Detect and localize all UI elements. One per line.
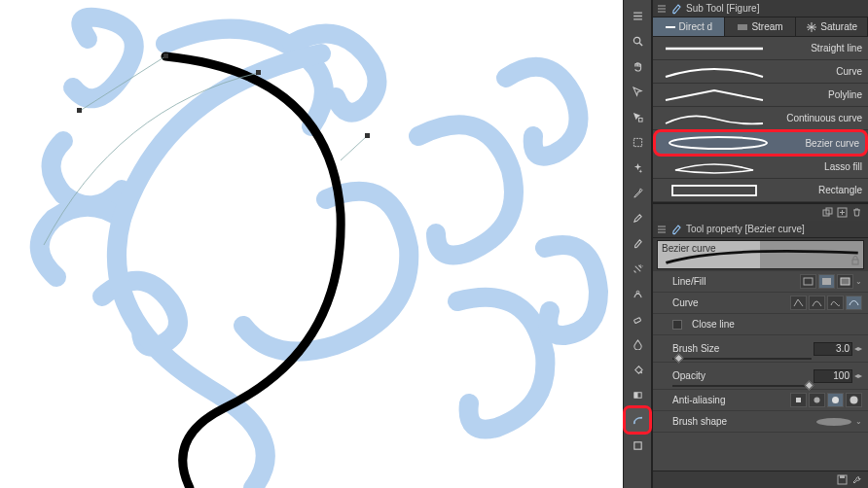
opacity-input[interactable]: 100 [814,369,852,383]
svg-point-34 [814,398,820,403]
add-icon[interactable] [837,207,848,218]
toolprop-panel-title: Tool property [Bezier curve] [686,224,805,234]
curve-opt-3[interactable] [827,296,844,310]
svg-point-37 [816,418,851,426]
svg-rect-31 [822,278,831,285]
gradient-tool[interactable] [626,383,649,406]
wrench-icon[interactable] [851,474,862,485]
trash-icon[interactable] [851,207,862,218]
svg-point-36 [850,397,858,404]
svg-rect-17 [633,441,640,448]
brush-tool[interactable] [626,231,649,255]
toolprop-footer [653,471,868,488]
svg-point-12 [640,371,642,373]
tab-saturate[interactable]: Saturate [796,17,868,36]
svg-rect-30 [804,278,813,285]
fill-tool[interactable] [626,358,649,381]
checkbox-icon[interactable] [672,320,682,330]
stepper-icon[interactable]: ◂▸ [854,344,862,353]
save-icon[interactable] [837,474,848,485]
chevron-down-icon[interactable]: ⌄ [855,417,862,426]
menu-icon[interactable] [657,225,667,234]
aa-opt-strong[interactable] [846,393,862,407]
curve-opt-4[interactable] [846,296,862,310]
svg-point-15 [633,422,634,424]
move-tool[interactable] [626,80,649,103]
blend-tool[interactable] [626,332,649,356]
burger-icon[interactable] [626,4,649,27]
curve-opt-1[interactable] [790,296,807,310]
brush-size-input[interactable]: 3.0 [814,342,852,356]
svg-point-4 [633,37,639,43]
aa-opt-none[interactable] [790,393,807,407]
svg-rect-6 [638,118,642,122]
svg-point-24 [669,137,767,149]
subtool-curve[interactable]: Curve [653,60,868,84]
tab-direct-draw[interactable]: Direct d [653,17,725,36]
flourish-art [40,17,598,489]
aa-opt-weak[interactable] [809,393,825,407]
svg-rect-32 [841,278,850,285]
svg-rect-1 [163,53,168,58]
subtool-lasso-fill[interactable]: Lasso fill [653,156,868,179]
subtool-tabs: Direct d Stream Saturate [653,17,868,37]
opacity-slider[interactable] [672,385,812,387]
subtool-panel-title: Sub Tool [Figure] [686,3,759,14]
marquee-tool[interactable] [626,130,649,154]
canvas-area[interactable] [0,0,623,488]
svg-rect-0 [77,108,82,113]
lock-icon[interactable] [850,256,860,265]
svg-point-35 [832,397,839,403]
tab-stream[interactable]: Stream [725,17,797,36]
svg-rect-14 [633,392,637,398]
hand-tool[interactable] [626,54,649,78]
linefill-opt-2[interactable] [818,274,835,289]
subtool-rectangle[interactable]: Rectangle [653,179,868,202]
svg-point-9 [641,265,642,266]
subtool-bezier-curve[interactable]: Bezier curve [653,129,868,157]
brush-icon [670,3,682,15]
svg-rect-7 [633,138,641,146]
aa-opt-mid[interactable] [827,393,844,407]
curve-opt-2[interactable] [809,296,825,310]
chevron-down-icon[interactable]: ⌄ [855,277,862,286]
subtool-footer [653,203,868,221]
prop-close-line[interactable]: Close line [653,314,868,335]
linefill-opt-3[interactable] [837,274,853,289]
tool-strip [623,0,652,488]
svg-point-16 [640,416,642,418]
airbrush-tool[interactable] [626,257,649,280]
subtool-list: Straight line Curve Polyline Continuous … [653,37,868,203]
subtool-straight-line[interactable]: Straight line [653,37,868,60]
operation-tool[interactable] [626,105,649,128]
brush-size-slider[interactable] [672,358,812,360]
panel-stack: Sub Tool [Figure] Direct d Stream Satura… [652,0,868,488]
svg-rect-29 [852,260,858,264]
decoration-tool[interactable] [626,282,649,305]
toolprop-panel-header[interactable]: Tool property [Bezier curve] [653,221,868,238]
menu-icon[interactable] [657,4,667,14]
svg-line-5 [639,43,642,46]
eraser-tool[interactable] [626,307,649,331]
property-rows: Line/Fill ⌄ Curve Close line Brush Size [653,271,868,471]
stepper-icon[interactable]: ◂▸ [854,371,862,380]
svg-rect-25 [672,186,756,195]
svg-rect-33 [796,398,801,402]
pen-tool[interactable] [626,206,649,229]
brush-icon [670,224,682,235]
prop-brush-shape[interactable]: Brush shape ⌄ [653,411,868,433]
subtool-continuous-curve[interactable]: Continuous curve [653,107,868,130]
eyedropper-tool[interactable] [626,181,649,204]
wand-tool[interactable] [626,156,649,179]
brush-preview: Bezier curve [657,240,864,269]
subtool-panel-header[interactable]: Sub Tool [Figure] [653,0,868,17]
prop-line-fill: Line/Fill ⌄ [653,271,868,293]
frame-tool[interactable] [626,434,649,457]
magnify-tool[interactable] [626,29,649,52]
linefill-opt-1[interactable] [800,274,816,289]
duplicate-icon[interactable] [822,207,833,218]
figure-tool[interactable] [626,408,649,432]
svg-point-10 [636,291,639,294]
subtool-polyline[interactable]: Polyline [653,84,868,107]
prop-curve: Curve [653,293,868,314]
